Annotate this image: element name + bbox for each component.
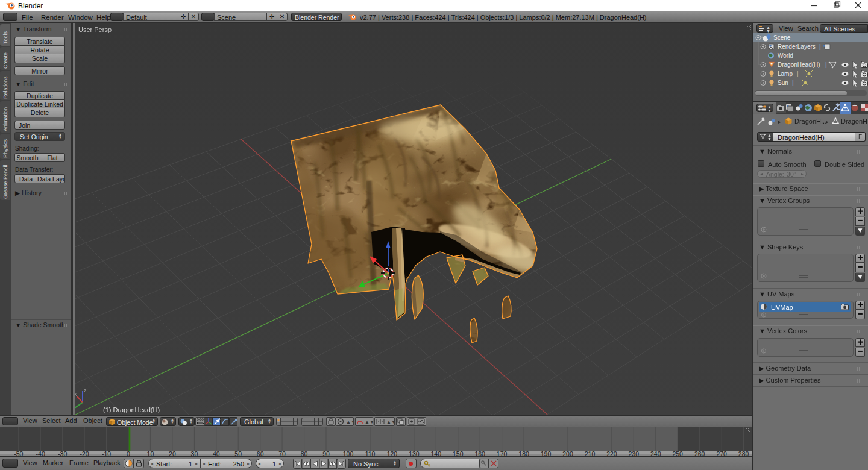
svg-text:|: | [797, 70, 799, 77]
svg-text:DragonH...: DragonH... [841, 118, 868, 125]
svg-text:DragonHead(H): DragonHead(H) [778, 61, 820, 68]
svg-text:▲▼: ▲▼ [346, 419, 353, 425]
svg-text:Lamp: Lamp [778, 70, 793, 77]
svg-text:▸: ▸ [826, 119, 829, 125]
svg-text:▼: ▼ [767, 108, 772, 112]
svg-text:(1) DragonHead(H): (1) DragonHead(H) [103, 406, 160, 413]
svg-text:▼: ▼ [767, 137, 772, 141]
svg-text:User Persp: User Persp [78, 26, 112, 33]
svg-text:|: | [792, 80, 794, 86]
svg-text:▲▼: ▲▼ [365, 419, 373, 425]
svg-text:World: World [778, 52, 793, 59]
svg-text:|: | [825, 61, 827, 68]
svg-text:▲▼: ▲▼ [386, 419, 394, 425]
svg-text:y: y [75, 400, 75, 406]
svg-text:Sun: Sun [778, 80, 788, 86]
svg-text:x: x [75, 391, 77, 397]
svg-text:▸: ▸ [778, 119, 781, 125]
svg-text:DragonH...: DragonH... [794, 118, 826, 125]
svg-text:▼: ▼ [766, 29, 770, 33]
svg-text:z: z [84, 387, 87, 393]
svg-text:|: | [819, 43, 821, 50]
svg-text:Scene: Scene [773, 34, 791, 41]
svg-text:RenderLayers: RenderLayers [778, 43, 816, 50]
